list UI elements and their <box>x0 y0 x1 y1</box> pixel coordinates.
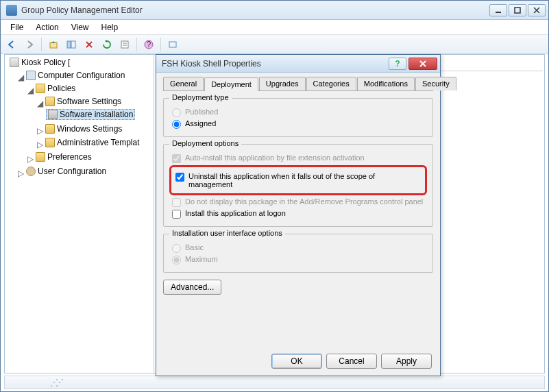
dialog-footer: OK Cancel Apply <box>271 354 432 369</box>
advanced-button[interactable]: Advanced... <box>163 280 221 295</box>
svg-rect-6 <box>71 41 75 48</box>
tab-upgrades[interactable]: Upgrades <box>259 77 306 90</box>
menu-view[interactable]: View <box>66 21 95 34</box>
folder-icon <box>45 138 55 147</box>
group-legend: Installation user interface options <box>169 229 285 237</box>
back-button[interactable] <box>3 37 20 52</box>
radio-basic: Basic <box>172 243 424 253</box>
show-hide-tree-button[interactable] <box>63 37 80 52</box>
check-logon[interactable]: Install this application at logon <box>172 209 424 219</box>
user-icon <box>26 167 36 176</box>
tab-strip: General Deployment Upgrades Categories M… <box>163 77 433 91</box>
computer-icon <box>26 71 36 80</box>
deployment-options-group: Deployment options Auto-install this app… <box>163 144 433 227</box>
checkbox-label: Auto-install this application by file ex… <box>185 154 365 162</box>
radio-label: Maximum <box>185 255 218 263</box>
svg-rect-5 <box>67 41 71 48</box>
dialog-help-button[interactable]: ? <box>389 58 406 70</box>
software-icon <box>48 110 58 119</box>
radio-maximum: Maximum <box>172 255 424 265</box>
toggle-icon[interactable]: ▷ <box>36 140 43 149</box>
toggle-icon[interactable]: ▷ <box>36 126 43 136</box>
dialog-title: FSH Kiosk Shell Properties <box>162 59 389 69</box>
folder-icon <box>45 97 55 106</box>
tree-label: Software Settings <box>57 97 121 106</box>
folder-icon <box>36 84 45 93</box>
maximize-button[interactable] <box>509 4 526 16</box>
radio-label: Assigned <box>185 119 216 127</box>
tab-categories[interactable]: Categories <box>306 77 356 90</box>
refresh-button[interactable] <box>99 37 115 52</box>
nodisplay-checkbox <box>172 198 181 207</box>
toggle-icon[interactable]: ◢ <box>27 86 34 95</box>
menu-file[interactable]: File <box>5 21 29 34</box>
assigned-radio[interactable] <box>172 120 181 129</box>
radio-label: Basic <box>185 243 204 252</box>
tree-label: Software installation <box>60 110 133 119</box>
logon-checkbox[interactable] <box>172 210 181 219</box>
tree-windows-settings[interactable]: Windows Settings <box>43 123 124 134</box>
properties-button[interactable] <box>117 37 133 52</box>
maximum-radio <box>172 256 181 265</box>
svg-rect-9 <box>121 41 128 48</box>
tree-label: Computer Configuration <box>38 71 125 80</box>
main-window: { "window": { "title": "Group Policy Man… <box>0 0 549 392</box>
radio-label: Published <box>185 108 218 116</box>
checkbox-label: Do not display this package in the Add/R… <box>185 197 423 206</box>
toggle-icon[interactable]: ▷ <box>27 154 34 164</box>
uninstall-checkbox[interactable] <box>175 173 184 182</box>
up-button[interactable] <box>45 37 62 52</box>
tree-preferences[interactable]: Preferences <box>34 151 94 162</box>
policy-icon <box>10 58 19 67</box>
tree-label: Windows Settings <box>57 124 122 134</box>
dialog-close-button[interactable] <box>408 58 437 70</box>
folder-icon <box>36 152 45 162</box>
tree-user-config[interactable]: User Configuration <box>24 166 108 177</box>
app-icon <box>6 5 17 16</box>
tree-software-installation[interactable]: Software installation <box>46 109 135 120</box>
toggle-icon[interactable]: ◢ <box>36 99 43 108</box>
dialog-body: General Deployment Upgrades Categories M… <box>156 73 440 302</box>
tab-general[interactable]: General <box>163 77 204 90</box>
tab-modifications[interactable]: Modifications <box>357 77 415 90</box>
toggle-icon[interactable]: ◢ <box>17 73 24 82</box>
menubar: File Action View Help <box>1 20 548 35</box>
menu-action[interactable]: Action <box>30 21 64 34</box>
svg-rect-1 <box>515 8 520 13</box>
ok-button[interactable]: OK <box>271 354 322 369</box>
toggle-icon[interactable]: ▷ <box>17 169 24 178</box>
check-autoinstall: Auto-install this application by file ex… <box>172 154 424 163</box>
tree-policies[interactable]: Policies <box>34 83 77 94</box>
apply-button[interactable]: Apply <box>381 354 432 369</box>
delete-button[interactable] <box>81 37 97 52</box>
group-legend: Deployment type <box>169 93 232 101</box>
published-radio <box>172 108 181 117</box>
close-button[interactable] <box>528 4 546 16</box>
tree-computer-config[interactable]: Computer Configuration <box>24 70 127 81</box>
menu-help[interactable]: Help <box>96 21 124 34</box>
tab-deployment[interactable]: Deployment <box>204 77 258 91</box>
extra-button[interactable] <box>164 37 181 52</box>
help-button[interactable]: ? <box>141 37 157 52</box>
highlight-box: Uninstall this application when it falls… <box>169 165 427 195</box>
folder-icon <box>45 124 55 134</box>
radio-published: Published <box>172 108 424 117</box>
titlebar: Group Policy Management Editor <box>1 1 548 20</box>
checkbox-label: Install this application at logon <box>185 209 286 217</box>
radio-assigned[interactable]: Assigned <box>172 119 424 129</box>
tree-admin-templates[interactable]: Administrative Templat <box>43 137 142 148</box>
forward-button[interactable] <box>21 37 38 52</box>
tab-security[interactable]: Security <box>415 77 456 90</box>
statusbar: ⋰⋰ <box>4 376 545 389</box>
tree-pane[interactable]: Kiosk Policy [ ◢Computer Configuration ◢… <box>5 55 154 373</box>
tree-software-settings[interactable]: Software Settings <box>43 96 123 107</box>
tree-root[interactable]: Kiosk Policy [ <box>8 57 72 68</box>
cancel-button[interactable]: Cancel <box>326 354 377 369</box>
check-uninstall[interactable]: Uninstall this application when it falls… <box>175 172 421 188</box>
tree-label: User Configuration <box>38 167 106 176</box>
tree-label: Administrative Templat <box>57 138 140 147</box>
checkbox-label: Uninstall this application when it falls… <box>188 172 421 188</box>
minimize-button[interactable] <box>489 4 507 16</box>
tree-label: Preferences <box>47 152 92 162</box>
group-legend: Deployment options <box>169 139 241 147</box>
